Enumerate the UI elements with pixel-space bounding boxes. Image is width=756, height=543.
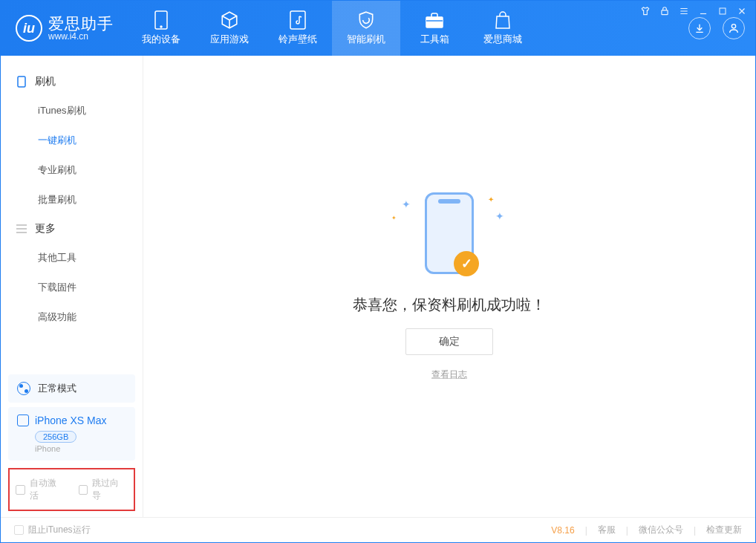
music-file-icon [288,10,307,30]
svg-point-6 [731,25,735,28]
svg-point-3 [160,26,162,27]
sidebar-item-advanced[interactable]: 高级功能 [1,302,143,332]
svg-rect-4 [290,11,305,29]
checkbox-auto-activate[interactable]: 自动激活 [16,477,65,502]
minimize-icon[interactable] [697,5,709,17]
success-illustration: ✦ ✦ ✦ ✦ ✓ [405,192,494,282]
body: 刷机 iTunes刷机 一键刷机 专业刷机 批量刷机 更多 其他工具 下载固件 … [1,56,755,517]
footer: 阻止iTunes运行 V8.16 | 客服 | 微信公众号 | 检查更新 [1,517,755,542]
sidebar-item-pro-flash[interactable]: 专业刷机 [1,155,143,185]
checkbox-icon [79,485,88,495]
user-button[interactable] [723,17,745,39]
close-icon[interactable] [736,5,748,17]
checkbox-label: 阻止iTunes运行 [28,524,91,536]
mode-icon [17,382,30,395]
tab-label: 爱思商城 [483,33,522,46]
sidebar: 刷机 iTunes刷机 一键刷机 专业刷机 批量刷机 更多 其他工具 下载固件 … [1,56,143,517]
success-message: 恭喜您，保资料刷机成功啦！ [353,295,546,315]
device-card[interactable]: iPhone XS Max 256GB iPhone [8,407,135,461]
tab-my-device[interactable]: 我的设备 [127,1,195,56]
checkbox-label: 跳过向导 [92,477,128,502]
sidebar-item-batch-flash[interactable]: 批量刷机 [1,185,143,215]
view-log-link[interactable]: 查看日志 [431,368,467,381]
footer-link-wechat[interactable]: 微信公众号 [639,524,683,536]
svg-rect-1 [720,8,726,14]
tab-label: 我的设备 [142,33,180,46]
version-label: V8.16 [551,525,574,536]
main-content: ✦ ✦ ✦ ✦ ✓ 恭喜您，保资料刷机成功啦！ 确定 查看日志 [143,56,755,517]
tab-smart-flash[interactable]: 智能刷机 [332,1,400,56]
bag-icon [493,10,512,30]
checkbox-icon [16,485,25,495]
sidebar-item-oneclick-flash[interactable]: 一键刷机 [1,126,143,155]
options-row: 自动激活 跳过向导 [8,468,135,511]
tab-label: 铃声壁纸 [278,33,317,46]
app-url: www.i4.cn [48,32,114,42]
tab-apps-games[interactable]: 应用游戏 [195,1,264,56]
logo[interactable]: iu 爱思助手 www.i4.cn [1,1,127,56]
sidebar-group-more: 更多 [1,215,143,243]
mode-label: 正常模式 [38,382,76,395]
tab-label: 应用游戏 [210,33,249,46]
svg-rect-5 [426,17,443,27]
tab-label: 智能刷机 [347,33,385,46]
sparkle-icon: ✦ [402,198,411,210]
sidebar-item-download-firmware[interactable]: 下载固件 [1,273,143,302]
phone-icon [16,76,27,88]
toolbox-icon [425,10,444,30]
device-icon [151,10,171,30]
checkbox-skip-guide[interactable]: 跳过向导 [79,477,128,502]
sparkle-icon: ✦ [488,195,494,204]
app-name: 爱思助手 [48,15,114,32]
checkbox-icon [14,525,24,535]
sparkle-icon: ✦ [391,215,397,221]
tshirt-icon[interactable] [639,5,651,17]
menu-icon[interactable] [678,5,690,17]
lock-icon[interactable] [659,5,671,17]
svg-rect-0 [662,10,668,15]
device-icon [17,414,29,426]
device-name: iPhone XS Max [35,414,107,426]
logo-icon: iu [16,15,42,42]
check-badge-icon: ✓ [454,251,479,276]
cube-icon [220,10,239,30]
sidebar-item-other-tools[interactable]: 其他工具 [1,243,143,273]
tab-store[interactable]: 爱思商城 [469,1,537,56]
svg-rect-7 [18,77,25,87]
tab-ringtone-wallpaper[interactable]: 铃声壁纸 [264,1,332,56]
sidebar-item-itunes-flash[interactable]: iTunes刷机 [1,96,143,126]
window-controls [639,5,748,17]
tab-label: 工具箱 [420,33,449,46]
mode-bar[interactable]: 正常模式 [8,374,135,403]
phone-icon: ✓ [425,192,474,274]
group-title-label: 更多 [35,222,56,235]
footer-link-update[interactable]: 检查更新 [706,524,742,536]
list-icon [16,223,27,235]
app-window: iu 爱思助手 www.i4.cn 我的设备 应用游戏 铃声壁纸 智能刷机 [0,0,756,543]
sparkle-icon: ✦ [495,210,504,222]
device-capacity: 256GB [35,431,76,443]
main-tabs: 我的设备 应用游戏 铃声壁纸 智能刷机 工具箱 爱思商城 [127,1,537,56]
checkbox-label: 自动激活 [30,477,65,502]
sidebar-group-flash: 刷机 [1,68,143,96]
ok-button[interactable]: 确定 [405,328,493,355]
device-type: iPhone [35,444,126,453]
footer-link-support[interactable]: 客服 [598,524,616,536]
checkbox-block-itunes[interactable]: 阻止iTunes运行 [14,524,91,536]
group-title-label: 刷机 [35,75,56,88]
download-button[interactable] [688,17,711,39]
maximize-icon[interactable] [717,5,729,17]
shield-refresh-icon [356,10,376,30]
tab-toolbox[interactable]: 工具箱 [400,1,469,56]
